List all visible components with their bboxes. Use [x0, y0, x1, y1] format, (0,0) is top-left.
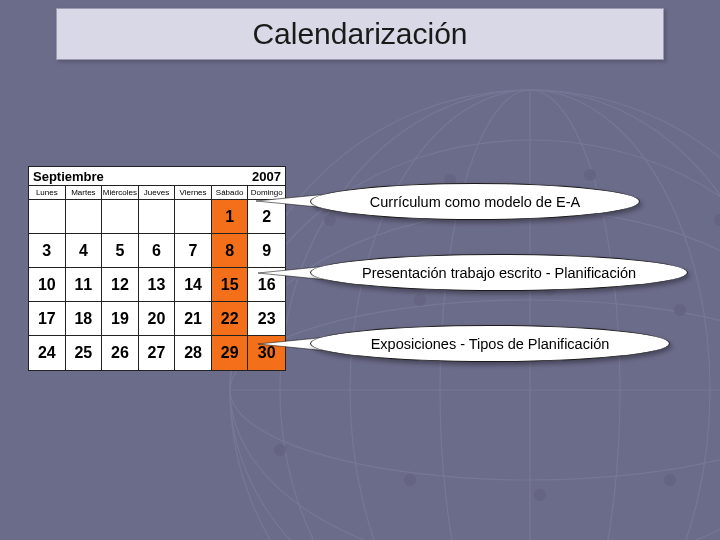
- calendar-cell: 29: [212, 336, 249, 370]
- callout-2-text: Presentación trabajo escrito - Planifica…: [362, 265, 636, 281]
- svg-point-5: [350, 90, 710, 540]
- calendar-cell: [102, 200, 139, 234]
- calendar-cell: [139, 200, 176, 234]
- calendar-body: 1234567891011121314151617181920212223242…: [29, 200, 285, 370]
- svg-point-4: [440, 90, 620, 540]
- calendar-cell: 22: [212, 302, 249, 336]
- calendar-cell: [175, 200, 212, 234]
- calendar-cell: 5: [102, 234, 139, 268]
- callout-2: Presentación trabajo escrito - Planifica…: [310, 254, 688, 291]
- svg-point-6: [280, 90, 720, 540]
- calendar-day-header: Jueves: [139, 186, 176, 199]
- calendar-cell: 9: [248, 234, 285, 268]
- calendar-cell: 27: [139, 336, 176, 370]
- svg-point-14: [414, 294, 426, 306]
- callout-3-text: Exposiciones - Tipos de Planificación: [371, 336, 610, 352]
- svg-point-20: [534, 489, 546, 501]
- calendar-cell: [29, 200, 66, 234]
- calendar-cell: 17: [29, 302, 66, 336]
- calendar-cell: 6: [139, 234, 176, 268]
- calendar-day-header: Lunes: [29, 186, 66, 199]
- calendar-cell: 15: [212, 268, 249, 302]
- calendar-cell: 3: [29, 234, 66, 268]
- calendar-cell: 28: [175, 336, 212, 370]
- calendar-day-header: Miércoles: [102, 186, 139, 199]
- svg-point-9: [324, 214, 336, 226]
- svg-point-21: [664, 474, 676, 486]
- slide-title: Calendarización: [252, 17, 467, 51]
- svg-point-19: [404, 474, 416, 486]
- calendar-day-header: Domingo: [248, 186, 285, 199]
- calendar-cell: 26: [102, 336, 139, 370]
- calendar-cell: 25: [66, 336, 103, 370]
- calendar-cell: 2: [248, 200, 285, 234]
- svg-point-18: [274, 444, 286, 456]
- calendar-cell: 18: [66, 302, 103, 336]
- svg-point-16: [674, 304, 686, 316]
- calendar-cell: 19: [102, 302, 139, 336]
- calendar-day-header: Sábado: [212, 186, 249, 199]
- calendar-cell: 24: [29, 336, 66, 370]
- calendar-cell: 12: [102, 268, 139, 302]
- calendar-day-headers: LunesMartesMiércolesJuevesViernesSábadoD…: [29, 186, 285, 200]
- calendar-year: 2007: [252, 169, 281, 184]
- calendar-cell: 14: [175, 268, 212, 302]
- calendar-cell: 11: [66, 268, 103, 302]
- calendar-day-header: Viernes: [175, 186, 212, 199]
- calendar-cell: 1: [212, 200, 249, 234]
- callout-3: Exposiciones - Tipos de Planificación: [310, 325, 670, 362]
- calendar-cell: 8: [212, 234, 249, 268]
- calendar-cell: 16: [248, 268, 285, 302]
- svg-point-12: [714, 214, 720, 226]
- calendar-cell: 7: [175, 234, 212, 268]
- svg-point-0: [230, 90, 720, 540]
- calendar-cell: [66, 200, 103, 234]
- calendar-cell: 13: [139, 268, 176, 302]
- calendar: Septiembre 2007 LunesMartesMiércolesJuev…: [28, 166, 286, 371]
- calendar-cell: 10: [29, 268, 66, 302]
- calendar-cell: 21: [175, 302, 212, 336]
- calendar-cell: 23: [248, 302, 285, 336]
- callout-1: Currículum como modelo de E-A: [310, 183, 640, 220]
- calendar-day-header: Martes: [66, 186, 103, 199]
- callout-1-text: Currículum como modelo de E-A: [370, 194, 580, 210]
- background-globe-grid: [220, 80, 720, 540]
- svg-point-11: [584, 169, 596, 181]
- calendar-cell: 4: [66, 234, 103, 268]
- calendar-month: Septiembre: [33, 169, 104, 184]
- slide-title-bar: Calendarización: [56, 8, 664, 60]
- calendar-cell: 30: [248, 336, 285, 370]
- calendar-cell: 20: [139, 302, 176, 336]
- calendar-header: Septiembre 2007: [29, 167, 285, 186]
